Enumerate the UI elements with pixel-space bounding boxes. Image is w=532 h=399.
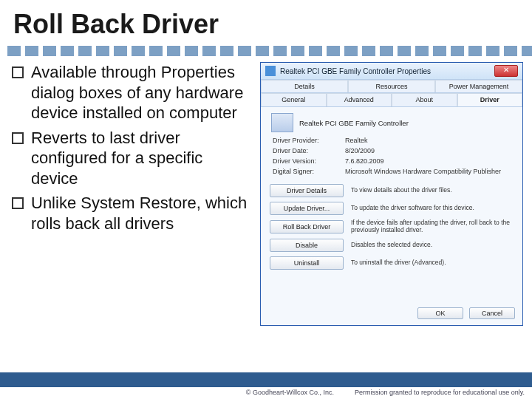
slide-body: Available through Properties dialog boxe… xyxy=(0,62,532,326)
tab-row-2: General Advanced About Driver xyxy=(261,93,522,107)
bullet-text: Unlike System Restore, which rolls back … xyxy=(31,193,253,233)
driver-details-button[interactable]: Driver Details xyxy=(270,184,344,197)
label-version: Driver Version: xyxy=(273,157,341,165)
tab-general[interactable]: General xyxy=(261,93,327,106)
value-provider: Realtek xyxy=(345,137,511,144)
bullet-icon xyxy=(12,197,24,209)
dialog-title: Realtek PCI GBE Family Controller Proper… xyxy=(280,67,431,75)
slide-footer: © Goodheart-Willcox Co., Inc. Permission… xyxy=(0,372,532,399)
value-signer: Microsoft Windows Hardware Compatibility… xyxy=(345,168,511,175)
tab-details[interactable]: Details xyxy=(261,80,348,92)
tab-driver[interactable]: Driver xyxy=(457,93,523,106)
label-provider: Driver Provider: xyxy=(273,137,341,144)
bullet-icon xyxy=(12,66,24,78)
tab-advanced[interactable]: Advanced xyxy=(327,93,392,106)
button-row: Disable Disables the selected device. xyxy=(270,239,514,252)
value-version: 7.6.820.2009 xyxy=(345,157,511,165)
slide: Roll Back Driver Available through Prope… xyxy=(0,0,532,399)
dialog-footer: OK Cancel xyxy=(417,307,515,319)
device-header: Realtek PCI GBE Family Controller xyxy=(261,107,522,137)
disable-button[interactable]: Disable xyxy=(270,239,344,252)
disable-desc: Disables the selected device. xyxy=(351,242,514,249)
permission-text: Permission granted to reproduce for educ… xyxy=(355,389,525,396)
driver-details-desc: To view details about the driver files. xyxy=(351,187,514,194)
copyright-text: © Goodheart-Willcox Co., Inc. xyxy=(246,389,334,396)
bullet-item: Unlike System Restore, which rolls back … xyxy=(9,193,253,233)
tab-power-management[interactable]: Power Management xyxy=(435,80,522,92)
bullet-icon xyxy=(12,132,24,144)
properties-dialog: Realtek PCI GBE Family Controller Proper… xyxy=(260,62,523,326)
uninstall-desc: To uninstall the driver (Advanced). xyxy=(351,259,514,267)
driver-info-grid: Driver Provider: Realtek Driver Date: 8/… xyxy=(261,137,522,180)
driver-buttons: Driver Details To view details about the… xyxy=(261,184,522,270)
bullet-list: Available through Properties dialog boxe… xyxy=(9,62,253,326)
update-driver-desc: To update the driver software for this d… xyxy=(351,205,514,212)
footer-credits: © Goodheart-Willcox Co., Inc. Permission… xyxy=(0,387,532,396)
close-button[interactable]: ✕ xyxy=(494,65,518,77)
device-icon xyxy=(271,113,293,132)
device-name: Realtek PCI GBE Family Controller xyxy=(299,119,409,127)
dialog-titlebar: Realtek PCI GBE Family Controller Proper… xyxy=(261,63,522,80)
tab-row-1: Details Resources Power Management xyxy=(261,80,522,93)
update-driver-button[interactable]: Update Driver... xyxy=(270,202,344,215)
bullet-text: Available through Properties dialog boxe… xyxy=(31,62,253,123)
tab-about[interactable]: About xyxy=(392,93,457,106)
button-row: Update Driver... To update the driver so… xyxy=(270,202,514,215)
button-row: Roll Back Driver If the device fails aft… xyxy=(270,219,514,234)
cancel-button[interactable]: Cancel xyxy=(469,307,515,319)
button-row: Uninstall To uninstall the driver (Advan… xyxy=(270,256,514,270)
slide-title: Roll Back Driver xyxy=(0,0,532,41)
decorative-rule xyxy=(7,46,532,56)
label-signer: Digital Signer: xyxy=(273,168,341,175)
value-date: 8/20/2009 xyxy=(345,147,511,154)
tab-resources[interactable]: Resources xyxy=(348,80,435,92)
button-row: Driver Details To view details about the… xyxy=(270,184,514,197)
footer-bar xyxy=(0,372,532,387)
uninstall-button[interactable]: Uninstall xyxy=(270,256,344,270)
roll-back-driver-button[interactable]: Roll Back Driver xyxy=(270,220,344,233)
bullet-item: Reverts to last driver configured for a … xyxy=(9,128,253,189)
bullet-text: Reverts to last driver configured for a … xyxy=(31,128,253,189)
ok-button[interactable]: OK xyxy=(417,307,463,319)
roll-back-driver-desc: If the device fails after updating the d… xyxy=(351,219,514,234)
label-date: Driver Date: xyxy=(273,147,341,154)
bullet-item: Available through Properties dialog boxe… xyxy=(9,62,253,123)
app-icon xyxy=(265,66,276,76)
